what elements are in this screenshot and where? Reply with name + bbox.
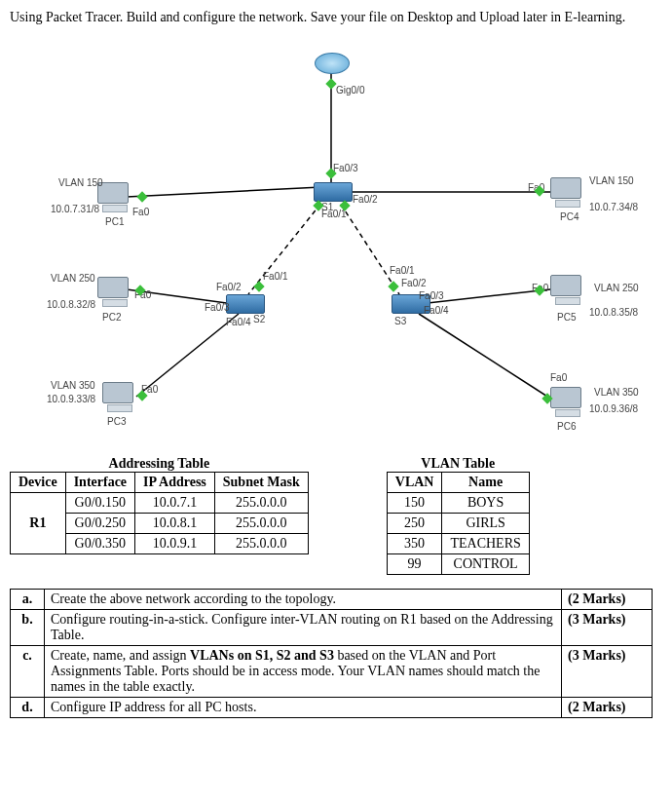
task-letter: d. [11, 698, 45, 718]
vlan-cell: BOYS [442, 493, 529, 514]
vlan-cell: TEACHERS [442, 534, 529, 554]
vlan-h-id: VLAN [387, 473, 442, 493]
port-label: Fa0 [132, 207, 149, 217]
task-letter: a. [11, 590, 45, 610]
pc-ip: 10.0.9.33/8 [47, 394, 95, 404]
port-label: Fa0/4 [424, 305, 449, 316]
switch-label: S3 [394, 316, 406, 326]
switch-s2-icon [226, 294, 265, 314]
pc-ip: 10.0.8.35/8 [589, 307, 638, 318]
task-letter: c. [11, 646, 45, 698]
addr-h-iface: Interface [65, 473, 134, 493]
switch-s1-icon [314, 182, 353, 202]
addr-cell: G0/0.150 [65, 493, 134, 514]
pc-vlan: VLAN 350 [594, 387, 639, 398]
svg-line-8 [419, 314, 555, 401]
task-marks: (3 Marks) [562, 610, 653, 646]
task-marks: (3 Marks) [562, 646, 653, 698]
port-label: Fa0/4 [226, 317, 251, 327]
vlan-cell: CONTROL [442, 554, 529, 575]
vlan-cell: 350 [387, 534, 442, 554]
pc-name: PC5 [557, 312, 576, 323]
addressing-table: Device Interface IP Address Subnet Mask … [10, 472, 309, 554]
port-label: Fa0/1 [390, 265, 415, 276]
pc3-icon [102, 382, 137, 413]
port-label: Fa0/2 [353, 194, 378, 205]
pc-vlan: VLAN 250 [51, 273, 95, 284]
addr-cell: 10.0.8.1 [135, 514, 215, 534]
addr-cell: 10.0.9.1 [135, 534, 215, 554]
switch-label: S2 [253, 314, 265, 324]
addr-cell: G0/0.350 [65, 534, 134, 554]
pc-name: PC3 [107, 416, 126, 427]
instructions-text: Using Packet Tracer. Build and configure… [10, 10, 662, 25]
task-text: Configure IP address for all PC hosts. [45, 698, 562, 718]
port-label: Fa0/1 [263, 271, 288, 282]
task-marks: (2 Marks) [562, 698, 653, 718]
addr-cell: 255.0.0.0 [214, 514, 308, 534]
addr-cell: 255.0.0.0 [214, 534, 308, 554]
task-text: Create the above network according to th… [45, 590, 562, 610]
addr-h-mask: Subnet Mask [214, 473, 308, 493]
pc5-icon [550, 275, 585, 306]
addr-h-ip: IP Address [135, 473, 215, 493]
tasks-table: a. Create the above network according to… [10, 589, 653, 718]
pc-vlan: VLAN 350 [51, 380, 95, 391]
port-label: Gig0/0 [336, 85, 364, 95]
network-diagram: Gig0/0 Fa0/3 S1 Fa0/2 Fa0/1 S2 Fa0/1 Fa0… [10, 31, 653, 450]
pc-ip: 10.0.8.32/8 [47, 299, 95, 310]
vlan-table: VLAN Name 150BOYS 250GIRLS 350TEACHERS 9… [387, 472, 530, 575]
port-label: Fa0/3 [419, 290, 444, 301]
addr-cell: 255.0.0.0 [214, 493, 308, 514]
port-label: Fa0/3 [205, 302, 230, 313]
addr-device: R1 [11, 493, 66, 554]
pc-vlan: VLAN 250 [594, 283, 639, 293]
task-text: Create, name, and assign VLANs on S1, S2… [45, 646, 562, 698]
vlan-cell: 150 [387, 493, 442, 514]
task-letter: b. [11, 610, 45, 646]
pc2-icon [97, 277, 132, 308]
svg-line-1 [127, 187, 321, 197]
pc-name: PC6 [557, 421, 576, 432]
vlan-cell: GIRLS [442, 514, 529, 534]
pc-vlan: VLAN 150 [58, 177, 103, 188]
addressing-table-title: Addressing Table [10, 456, 309, 472]
vlan-h-name: Name [442, 473, 529, 493]
addr-cell: 10.0.7.1 [135, 493, 215, 514]
pc4-icon [550, 177, 585, 209]
pc-ip: 10.0.7.31/8 [51, 204, 99, 214]
port-label: Fa0/2 [216, 282, 242, 292]
pc-name: PC1 [105, 216, 124, 227]
task-marks: (2 Marks) [562, 590, 653, 610]
pc-ip: 10.0.9.36/8 [589, 403, 638, 414]
pc6-icon [550, 387, 585, 418]
port-label: Fa0/3 [333, 163, 358, 173]
port-label: Fa0/2 [401, 278, 427, 288]
bold-vlans: VLANs on S1, S2 and S3 [190, 648, 334, 663]
pc-name: PC2 [102, 312, 121, 323]
vlan-cell: 99 [387, 554, 442, 575]
router-icon [315, 53, 350, 74]
vlan-cell: 250 [387, 514, 442, 534]
pc-ip: 10.0.7.34/8 [589, 202, 638, 212]
pc-vlan: VLAN 150 [589, 175, 634, 186]
addr-h-device: Device [11, 473, 66, 493]
port-label: Fa0/1 [321, 209, 347, 219]
task-text: Configure routing-in-a-stick. Configure … [45, 610, 562, 646]
addr-cell: G0/0.250 [65, 514, 134, 534]
vlan-table-title: VLAN Table [387, 456, 530, 472]
port-label: Fa0 [550, 372, 567, 383]
pc-name: PC4 [560, 211, 579, 222]
